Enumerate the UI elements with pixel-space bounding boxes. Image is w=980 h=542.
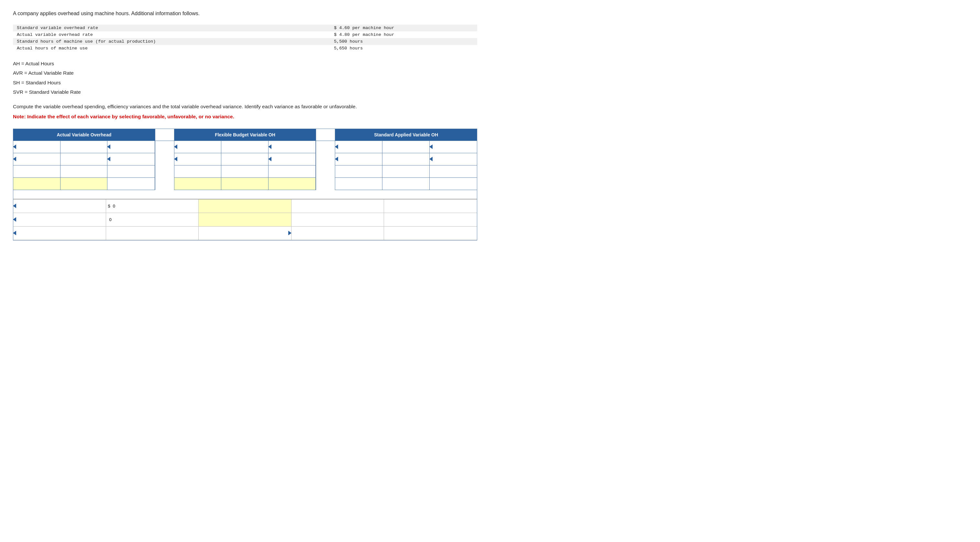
col1-r3-c3[interactable] xyxy=(107,165,155,178)
col3-r3-c3[interactable] xyxy=(430,165,477,178)
input-c2r3c2[interactable] xyxy=(221,165,268,177)
col2-y-c1[interactable] xyxy=(174,178,222,190)
input-c1r2c3[interactable] xyxy=(107,153,155,165)
input-c3yc3[interactable] xyxy=(430,178,477,190)
var-r2-c4[interactable] xyxy=(291,213,384,226)
var-r3-c5[interactable] xyxy=(384,227,477,240)
var-input-r2c4[interactable] xyxy=(293,217,382,223)
input-c2r2c1[interactable] xyxy=(174,153,221,165)
input-c2r2c2[interactable] xyxy=(221,153,268,165)
col3-y-c3[interactable] xyxy=(430,178,477,190)
col3-r2-c3[interactable] xyxy=(430,153,477,165)
input-c3r3c1[interactable] xyxy=(335,165,382,177)
input-c3r2c2[interactable] xyxy=(382,153,430,165)
var-r2-c3-yellow[interactable] xyxy=(199,213,291,226)
var-input-r2c2[interactable] xyxy=(108,217,197,223)
input-c3yc2[interactable] xyxy=(382,178,430,190)
col2-r3-c2[interactable] xyxy=(221,165,269,178)
input-c1yc3[interactable] xyxy=(107,178,155,190)
col2-r2-c1[interactable] xyxy=(174,153,222,165)
var-input-r1c4[interactable] xyxy=(293,203,382,209)
col2-r1-c2[interactable] xyxy=(221,141,269,153)
input-c1r3c2[interactable] xyxy=(60,165,107,177)
input-c2r2c3[interactable] xyxy=(269,153,316,165)
col3-r1-c1[interactable] xyxy=(335,141,382,153)
input-c3r1c1[interactable] xyxy=(335,141,382,153)
input-c2yc1[interactable] xyxy=(174,178,221,190)
col1-r1-c2[interactable] xyxy=(60,141,108,153)
input-c2yc2[interactable] xyxy=(221,178,268,190)
col3-r1-c3[interactable] xyxy=(430,141,477,153)
col1-r1-c1[interactable] xyxy=(13,141,60,153)
col3-r3-c1[interactable] xyxy=(335,165,382,178)
input-c3r2c3[interactable] xyxy=(430,153,477,165)
var-input-r3c4[interactable] xyxy=(293,230,382,236)
var-input-r1c2[interactable] xyxy=(111,203,196,209)
input-c1r3c1[interactable] xyxy=(13,165,60,177)
input-c1yc2[interactable] xyxy=(60,178,107,190)
var-input-r3c3[interactable] xyxy=(200,230,289,236)
col2-r1-c1[interactable] xyxy=(174,141,222,153)
col1-y-c2[interactable] xyxy=(60,178,108,190)
var-r1-c1[interactable] xyxy=(13,200,106,213)
col3-r2-c2[interactable] xyxy=(382,153,430,165)
col3-r2-c1[interactable] xyxy=(335,153,382,165)
col1-r2-c2[interactable] xyxy=(60,153,108,165)
col1-r1-c3[interactable] xyxy=(107,141,155,153)
var-r3-c4[interactable] xyxy=(291,227,384,240)
col2-r1-c3[interactable] xyxy=(269,141,316,153)
col2-r3-c3[interactable] xyxy=(269,165,316,178)
var-input-r1c1[interactable] xyxy=(15,203,104,209)
col1-r2-c1[interactable] xyxy=(13,153,60,165)
input-c3r3c2[interactable] xyxy=(382,165,430,177)
col1-r3-c1[interactable] xyxy=(13,165,60,178)
var-r3-c1[interactable] xyxy=(13,227,106,240)
var-r2-c5[interactable] xyxy=(384,213,477,226)
input-c2r3c3[interactable] xyxy=(269,165,316,177)
input-c2r3c1[interactable] xyxy=(174,165,221,177)
col1-y-c1[interactable] xyxy=(13,178,60,190)
input-c3yc1[interactable] xyxy=(335,178,382,190)
var-r2-c1[interactable] xyxy=(13,213,106,226)
var-r1-c3-yellow[interactable] xyxy=(199,200,291,213)
input-c1r1c1[interactable] xyxy=(13,141,60,153)
var-input-r1c5[interactable] xyxy=(386,203,475,209)
col2-r2-c3[interactable] xyxy=(269,153,316,165)
input-c1r2c2[interactable] xyxy=(60,153,107,165)
col1-r3-c2[interactable] xyxy=(60,165,108,178)
input-c2r1c1[interactable] xyxy=(174,141,221,153)
var-input-r3c5[interactable] xyxy=(386,230,475,236)
var-input-r1c3[interactable] xyxy=(200,203,289,209)
input-c1r1c3[interactable] xyxy=(107,141,155,153)
input-c3r1c3[interactable] xyxy=(430,141,477,153)
var-input-r3c2[interactable] xyxy=(108,230,197,236)
col2-y-c2[interactable] xyxy=(221,178,269,190)
col1-y-c3[interactable] xyxy=(107,178,155,190)
input-c1r3c3[interactable] xyxy=(107,165,155,177)
var-input-r3c1[interactable] xyxy=(15,230,104,236)
var-input-r2c5[interactable] xyxy=(386,217,475,223)
input-c2r1c2[interactable] xyxy=(221,141,268,153)
input-c1r2c1[interactable] xyxy=(13,153,60,165)
input-c1r1c2[interactable] xyxy=(60,141,107,153)
col3-r1-c2[interactable] xyxy=(382,141,430,153)
col2-r2-c2[interactable] xyxy=(221,153,269,165)
col3-y-c2[interactable] xyxy=(382,178,430,190)
col3-r3-c2[interactable] xyxy=(382,165,430,178)
var-r3-c2[interactable] xyxy=(106,227,199,240)
col1-r2-c3[interactable] xyxy=(107,153,155,165)
col2-y-c3[interactable] xyxy=(269,178,316,190)
input-c2yc3[interactable] xyxy=(269,178,316,190)
input-c3r2c1[interactable] xyxy=(335,153,382,165)
var-input-r2c1[interactable] xyxy=(15,217,104,223)
var-r3-c3[interactable] xyxy=(199,227,291,240)
input-c1yc1[interactable] xyxy=(13,178,60,190)
var-input-r2c3[interactable] xyxy=(200,217,289,223)
col3-y-c1[interactable] xyxy=(335,178,382,190)
var-r1-c4[interactable] xyxy=(291,200,384,213)
input-c3r3c3[interactable] xyxy=(430,165,477,177)
input-c2r1c3[interactable] xyxy=(269,141,316,153)
col2-r3-c1[interactable] xyxy=(174,165,222,178)
input-c3r1c2[interactable] xyxy=(382,141,430,153)
var-r1-c5[interactable] xyxy=(384,200,477,213)
